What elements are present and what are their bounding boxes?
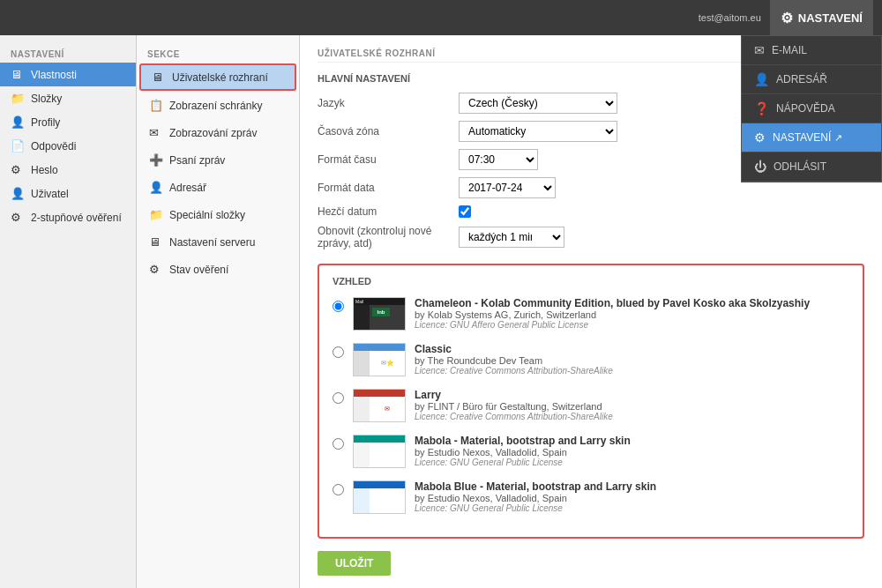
sidebar-heslo-label: Heslo: [31, 164, 58, 176]
theme-classic-info: Classic by The Roundcube Dev Team Licenc…: [415, 343, 849, 376]
sidebar-item-slozky[interactable]: 📁 Složky: [0, 86, 136, 110]
dropdown-email[interactable]: ✉ E-MAIL: [742, 36, 881, 65]
sidebar-slozky-label: Složky: [31, 93, 62, 105]
format-casu-label: Formát času: [318, 153, 459, 166]
dropdown-napoveda[interactable]: ❓ NÁPOVĚDA: [742, 94, 881, 123]
section-item-specialni-slozky[interactable]: 📁 Speciální složky: [137, 201, 299, 228]
dropdown-odhlasit-label: ODHLÁSIT: [774, 160, 826, 173]
theme-mabola-license: Licence: GNU General Public License: [415, 458, 849, 467]
sidebar-item-dvoustranne[interactable]: ⚙ 2-stupňové ověření: [0, 205, 136, 229]
dropdown-menu: ✉ E-MAIL 👤 ADRESÁŘ ❓ NÁPOVĚDA ⚙ NASTAVEN…: [741, 35, 882, 182]
zobrazovani-zprav-icon: ✉: [149, 126, 163, 139]
theme-mabola-blue-info: Mabola Blue - Material, bootstrap and La…: [415, 480, 849, 513]
sidebar-item-uzivatel[interactable]: 👤 Uživatel: [0, 182, 136, 205]
dropdown-odhlasit[interactable]: ⏻ ODHLÁSIT: [742, 153, 881, 182]
format-casu-select[interactable]: 07:30 7:30 AM: [459, 149, 538, 170]
sidebar-vlastnosti-label: Vlastnosti: [31, 69, 77, 81]
section-item-nastaveni-serveru[interactable]: 🖥 Nastavení serveru: [137, 228, 299, 256]
odhlasit-icon: ⏻: [754, 160, 766, 174]
theme-larry-name: Larry: [415, 389, 849, 401]
format-data-label: Formát data: [318, 182, 459, 194]
theme-chameleon-name: Chameleon - Kolab Community Edition, blu…: [415, 297, 849, 309]
section-server-label: Nastavení serveru: [169, 236, 255, 249]
sidebar-uzivatel-label: Uživatel: [31, 188, 69, 200]
nastaveni-serveru-icon: 🖥: [149, 235, 163, 249]
stav-overeni-icon: ⚙: [149, 263, 163, 276]
theme-chameleon-preview: Mail Inb: [353, 297, 406, 331]
section-uzivatelske-label: Uživatelské rozhraní: [172, 71, 268, 84]
theme-chameleon-license: Licence: GNU Affero General Public Licen…: [415, 320, 849, 330]
uzivatel-icon: 👤: [11, 187, 25, 200]
theme-classic-radio[interactable]: [333, 346, 344, 358]
casova-zona-label: Časová zóna: [318, 125, 459, 138]
dropdown-adresat[interactable]: 👤 ADRESÁŘ: [742, 65, 881, 94]
theme-larry-license: Licence: Creative Commons Attribution-Sh…: [415, 412, 849, 421]
theme-chameleon-info: Chameleon - Kolab Community Edition, blu…: [415, 297, 849, 330]
adresat-section-icon: 👤: [149, 181, 163, 194]
cursor-indicator: ↗: [834, 132, 842, 144]
section-adresat-label: Adresář: [169, 182, 206, 194]
dropdown-napoveda-label: NÁPOVĚDA: [776, 102, 835, 115]
theme-chameleon: Mail Inb Chameleon - Kolab Community Edi…: [333, 297, 849, 331]
vlastnosti-icon: 🖥: [11, 68, 25, 81]
sidebar-item-heslo[interactable]: ⚙ Heslo: [0, 158, 136, 182]
format-data-select[interactable]: 2017-07-24 24.07.2017: [459, 177, 556, 198]
section-item-zobrazeni-schranky[interactable]: 📋 Zobrazení schránky: [137, 92, 299, 119]
theme-larry-preview: ✉: [353, 389, 406, 422]
section-panel: SEKCE 🖥 Uživatelské rozhraní 📋 Zobrazení…: [137, 35, 300, 588]
jazyk-control: Czech (Česky) English: [459, 93, 617, 114]
odpovedi-icon: 📄: [11, 139, 25, 153]
casova-zona-select[interactable]: Automaticky Europe/Prague: [459, 121, 617, 142]
sidebar-section-title: NASTAVENÍ: [0, 44, 136, 63]
psani-zprav-icon: ➕: [149, 153, 163, 167]
section-item-psani-zprav[interactable]: ➕ Psaní zpráv: [137, 146, 299, 174]
obnovit-select[interactable]: každých 1 minut každých 5 minut každých …: [459, 227, 564, 248]
theme-mabola-info: Mabola - Material, bootstrap and Larry s…: [415, 435, 849, 467]
settings-label: NASTAVENÍ: [798, 11, 863, 25]
theme-mabola-radio[interactable]: [333, 438, 344, 450]
theme-classic: ✉⭐ Classic by The Roundcube Dev Team Lic…: [333, 343, 849, 376]
theme-mabola-blue-license: Licence: GNU General Public License: [415, 503, 849, 513]
theme-mabola-blue-radio[interactable]: [333, 484, 344, 495]
theme-chameleon-radio[interactable]: [333, 301, 344, 312]
settings-topbar-button[interactable]: ⚙ NASTAVENÍ: [770, 0, 873, 35]
vzhled-title: VZHLED: [333, 276, 849, 287]
theme-chameleon-author: by Kolab Systems AG, Zurich, Switzerland: [415, 309, 849, 320]
section-psani-label: Psaní zpráv: [169, 154, 225, 167]
sidebar-item-profily[interactable]: 👤 Profily: [0, 110, 136, 134]
save-button[interactable]: ULOŽIT: [318, 551, 391, 576]
email-icon: ✉: [754, 43, 765, 57]
hezci-datum-control: [459, 205, 471, 218]
theme-larry-info: Larry by FLINT / Büro für Gestaltung, Sw…: [415, 389, 849, 421]
dropdown-email-label: E-MAIL: [772, 44, 807, 56]
theme-classic-author: by The Roundcube Dev Team: [415, 355, 849, 366]
napoveda-icon: ❓: [754, 101, 769, 115]
section-item-uzivatelske-rozhrani[interactable]: 🖥 Uživatelské rozhraní: [139, 63, 296, 91]
section-item-zobrazovani-zprav[interactable]: ✉ Zobrazování zpráv: [137, 119, 299, 146]
obnovit-label: Obnovit (zkontroluj nové zprávy, atd): [318, 225, 459, 249]
zobrazeni-schranky-icon: 📋: [149, 99, 163, 112]
theme-classic-name: Classic: [415, 343, 849, 355]
hezci-datum-row: Hezčí datum: [318, 205, 864, 218]
theme-classic-license: Licence: Creative Commons Attribution-Sh…: [415, 366, 849, 376]
section-specialni-label: Speciální složky: [169, 209, 245, 221]
nastaveni-icon: ⚙: [754, 130, 766, 145]
hezci-datum-label: Hezčí datum: [318, 205, 459, 218]
section-item-stav-overeni[interactable]: ⚙ Stav ověření: [137, 256, 299, 283]
hezci-datum-checkbox[interactable]: [459, 205, 471, 218]
dropdown-nastaveni[interactable]: ⚙ NASTAVENÍ ↗: [742, 123, 881, 153]
format-casu-control: 07:30 7:30 AM: [459, 149, 538, 170]
theme-larry-radio[interactable]: [333, 392, 344, 404]
sidebar-item-vlastnosti[interactable]: 🖥 Vlastnosti: [0, 63, 136, 86]
uzivatelske-rozhrani-icon: 🖥: [152, 71, 166, 84]
theme-larry: ✉ Larry by FLINT / Büro für Gestaltung, …: [333, 389, 849, 422]
dropdown-adresat-label: ADRESÁŘ: [776, 73, 827, 86]
sidebar-item-odpovedi[interactable]: 📄 Odpovědi: [0, 134, 136, 158]
obnovit-control: každých 1 minut každých 5 minut každých …: [459, 227, 564, 248]
theme-mabola-blue-name: Mabola Blue - Material, bootstrap and La…: [415, 480, 849, 493]
section-item-adresat[interactable]: 👤 Adresář: [137, 174, 299, 201]
jazyk-select[interactable]: Czech (Česky) English: [459, 93, 617, 114]
casova-zona-control: Automaticky Europe/Prague: [459, 121, 617, 142]
section-overeni-label: Stav ověření: [169, 264, 228, 276]
theme-mabola-blue: Mabola Blue - Material, bootstrap and La…: [333, 480, 849, 514]
